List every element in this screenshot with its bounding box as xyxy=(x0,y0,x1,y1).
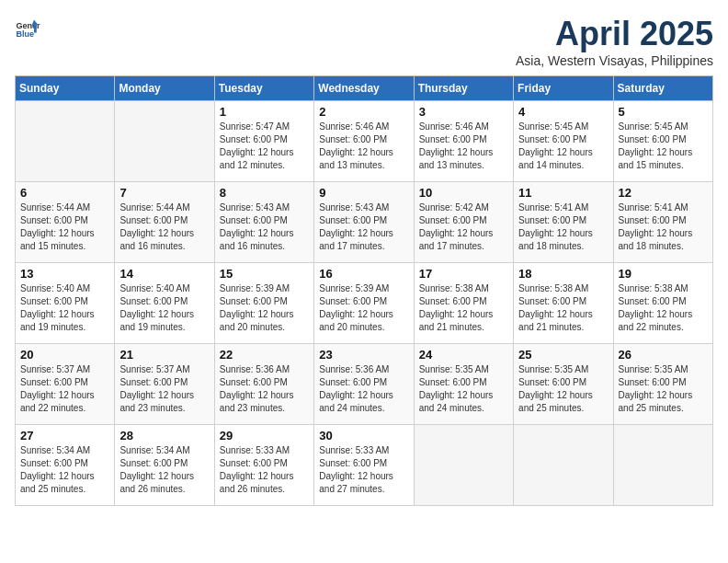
header-row: SundayMondayTuesdayWednesdayThursdayFrid… xyxy=(16,76,713,101)
cell-info: Sunrise: 5:35 AMSunset: 6:00 PMDaylight:… xyxy=(619,363,708,415)
cell-info: Sunrise: 5:44 AMSunset: 6:00 PMDaylight:… xyxy=(119,201,209,253)
cell-info: Sunrise: 5:37 AMSunset: 6:00 PMDaylight:… xyxy=(119,363,209,415)
cell-info: Sunrise: 5:43 AMSunset: 6:00 PMDaylight:… xyxy=(319,201,408,253)
calendar-cell: 22 Sunrise: 5:36 AMSunset: 6:00 PMDaylig… xyxy=(214,344,313,425)
day-number: 5 xyxy=(619,105,708,119)
day-number: 9 xyxy=(319,186,408,200)
cell-info: Sunrise: 5:33 AMSunset: 6:00 PMDaylight:… xyxy=(319,444,408,496)
calendar-cell: 11 Sunrise: 5:41 AMSunset: 6:00 PMDaylig… xyxy=(514,182,613,263)
cell-info: Sunrise: 5:45 AMSunset: 6:00 PMDaylight:… xyxy=(619,121,708,172)
calendar-cell: 19 Sunrise: 5:38 AMSunset: 6:00 PMDaylig… xyxy=(613,263,712,344)
week-row-3: 13 Sunrise: 5:40 AMSunset: 6:00 PMDaylig… xyxy=(16,263,713,344)
calendar-cell: 20 Sunrise: 5:37 AMSunset: 6:00 PMDaylig… xyxy=(16,344,115,425)
calendar-cell: 4 Sunrise: 5:45 AMSunset: 6:00 PMDayligh… xyxy=(514,101,613,182)
calendar-cell: 24 Sunrise: 5:35 AMSunset: 6:00 PMDaylig… xyxy=(414,344,513,425)
title-block: April 2025 Asia, Western Visayas, Philip… xyxy=(516,15,713,68)
week-row-4: 20 Sunrise: 5:37 AMSunset: 6:00 PMDaylig… xyxy=(16,344,713,425)
calendar-table: SundayMondayTuesdayWednesdayThursdayFrid… xyxy=(15,75,713,506)
day-number: 7 xyxy=(119,186,209,200)
day-number: 8 xyxy=(220,186,309,200)
day-number: 6 xyxy=(20,186,109,200)
day-number: 1 xyxy=(220,105,309,119)
calendar-cell xyxy=(115,101,214,182)
day-number: 24 xyxy=(419,348,508,362)
day-number: 12 xyxy=(619,186,708,200)
day-number: 15 xyxy=(220,267,309,281)
day-number: 13 xyxy=(20,267,109,281)
day-number: 14 xyxy=(119,267,209,281)
calendar-cell: 18 Sunrise: 5:38 AMSunset: 6:00 PMDaylig… xyxy=(514,263,613,344)
cell-info: Sunrise: 5:34 AMSunset: 6:00 PMDaylight:… xyxy=(20,444,109,496)
day-number: 30 xyxy=(319,429,408,442)
calendar-cell: 16 Sunrise: 5:39 AMSunset: 6:00 PMDaylig… xyxy=(314,263,414,344)
svg-text:Blue: Blue xyxy=(16,29,34,39)
calendar-cell: 30 Sunrise: 5:33 AMSunset: 6:00 PMDaylig… xyxy=(314,425,414,506)
day-number: 18 xyxy=(518,267,608,281)
calendar-cell: 21 Sunrise: 5:37 AMSunset: 6:00 PMDaylig… xyxy=(115,344,214,425)
cell-info: Sunrise: 5:37 AMSunset: 6:00 PMDaylight:… xyxy=(20,363,109,415)
day-number: 29 xyxy=(220,429,309,442)
logo-icon: General Blue xyxy=(15,15,40,40)
calendar-cell: 29 Sunrise: 5:33 AMSunset: 6:00 PMDaylig… xyxy=(214,425,313,506)
calendar-cell: 13 Sunrise: 5:40 AMSunset: 6:00 PMDaylig… xyxy=(16,263,115,344)
calendar-cell: 9 Sunrise: 5:43 AMSunset: 6:00 PMDayligh… xyxy=(314,182,414,263)
calendar-cell: 27 Sunrise: 5:34 AMSunset: 6:00 PMDaylig… xyxy=(16,425,115,506)
cell-info: Sunrise: 5:38 AMSunset: 6:00 PMDaylight:… xyxy=(619,282,708,334)
day-number: 19 xyxy=(619,267,708,281)
day-number: 4 xyxy=(518,105,608,119)
cell-info: Sunrise: 5:38 AMSunset: 6:00 PMDaylight:… xyxy=(419,282,508,334)
calendar-cell xyxy=(514,425,613,506)
weekday-header-saturday: Saturday xyxy=(613,76,712,101)
logo: General Blue xyxy=(15,15,40,40)
calendar-cell xyxy=(16,101,115,182)
day-number: 3 xyxy=(419,105,508,119)
calendar-cell: 26 Sunrise: 5:35 AMSunset: 6:00 PMDaylig… xyxy=(613,344,712,425)
day-number: 23 xyxy=(319,348,408,362)
calendar-cell: 7 Sunrise: 5:44 AMSunset: 6:00 PMDayligh… xyxy=(115,182,214,263)
day-number: 11 xyxy=(518,186,608,200)
week-row-1: 1 Sunrise: 5:47 AMSunset: 6:00 PMDayligh… xyxy=(16,101,713,182)
calendar-cell: 3 Sunrise: 5:46 AMSunset: 6:00 PMDayligh… xyxy=(414,101,513,182)
weekday-header-thursday: Thursday xyxy=(414,76,513,101)
page-header: General Blue April 2025 Asia, Western Vi… xyxy=(15,15,713,68)
cell-info: Sunrise: 5:36 AMSunset: 6:00 PMDaylight:… xyxy=(220,363,309,415)
cell-info: Sunrise: 5:43 AMSunset: 6:00 PMDaylight:… xyxy=(220,201,309,253)
cell-info: Sunrise: 5:41 AMSunset: 6:00 PMDaylight:… xyxy=(518,201,608,253)
cell-info: Sunrise: 5:35 AMSunset: 6:00 PMDaylight:… xyxy=(419,363,508,415)
cell-info: Sunrise: 5:42 AMSunset: 6:00 PMDaylight:… xyxy=(419,201,508,253)
day-number: 2 xyxy=(319,105,408,119)
day-number: 20 xyxy=(20,348,109,362)
week-row-2: 6 Sunrise: 5:44 AMSunset: 6:00 PMDayligh… xyxy=(16,182,713,263)
cell-info: Sunrise: 5:40 AMSunset: 6:00 PMDaylight:… xyxy=(20,282,109,334)
calendar-cell: 5 Sunrise: 5:45 AMSunset: 6:00 PMDayligh… xyxy=(613,101,712,182)
day-number: 17 xyxy=(419,267,508,281)
cell-info: Sunrise: 5:46 AMSunset: 6:00 PMDaylight:… xyxy=(419,121,508,172)
cell-info: Sunrise: 5:39 AMSunset: 6:00 PMDaylight:… xyxy=(220,282,309,334)
week-row-5: 27 Sunrise: 5:34 AMSunset: 6:00 PMDaylig… xyxy=(16,425,713,506)
calendar-cell: 17 Sunrise: 5:38 AMSunset: 6:00 PMDaylig… xyxy=(414,263,513,344)
day-number: 28 xyxy=(119,429,209,442)
cell-info: Sunrise: 5:34 AMSunset: 6:00 PMDaylight:… xyxy=(119,444,209,496)
day-number: 21 xyxy=(119,348,209,362)
day-number: 22 xyxy=(220,348,309,362)
weekday-header-wednesday: Wednesday xyxy=(314,76,414,101)
calendar-cell: 1 Sunrise: 5:47 AMSunset: 6:00 PMDayligh… xyxy=(214,101,313,182)
cell-info: Sunrise: 5:45 AMSunset: 6:00 PMDaylight:… xyxy=(518,121,608,172)
calendar-cell: 15 Sunrise: 5:39 AMSunset: 6:00 PMDaylig… xyxy=(214,263,313,344)
subtitle: Asia, Western Visayas, Philippines xyxy=(516,53,713,68)
day-number: 16 xyxy=(319,267,408,281)
calendar-cell: 10 Sunrise: 5:42 AMSunset: 6:00 PMDaylig… xyxy=(414,182,513,263)
cell-info: Sunrise: 5:41 AMSunset: 6:00 PMDaylight:… xyxy=(619,201,708,253)
calendar-cell: 2 Sunrise: 5:46 AMSunset: 6:00 PMDayligh… xyxy=(314,101,414,182)
cell-info: Sunrise: 5:33 AMSunset: 6:00 PMDaylight:… xyxy=(220,444,309,496)
calendar-cell xyxy=(613,425,712,506)
day-number: 26 xyxy=(619,348,708,362)
calendar-cell: 6 Sunrise: 5:44 AMSunset: 6:00 PMDayligh… xyxy=(16,182,115,263)
calendar-cell: 25 Sunrise: 5:35 AMSunset: 6:00 PMDaylig… xyxy=(514,344,613,425)
cell-info: Sunrise: 5:46 AMSunset: 6:00 PMDaylight:… xyxy=(319,121,408,172)
cell-info: Sunrise: 5:47 AMSunset: 6:00 PMDaylight:… xyxy=(220,121,309,172)
cell-info: Sunrise: 5:35 AMSunset: 6:00 PMDaylight:… xyxy=(518,363,608,415)
calendar-cell: 8 Sunrise: 5:43 AMSunset: 6:00 PMDayligh… xyxy=(214,182,313,263)
weekday-header-monday: Monday xyxy=(115,76,214,101)
weekday-header-tuesday: Tuesday xyxy=(214,76,313,101)
